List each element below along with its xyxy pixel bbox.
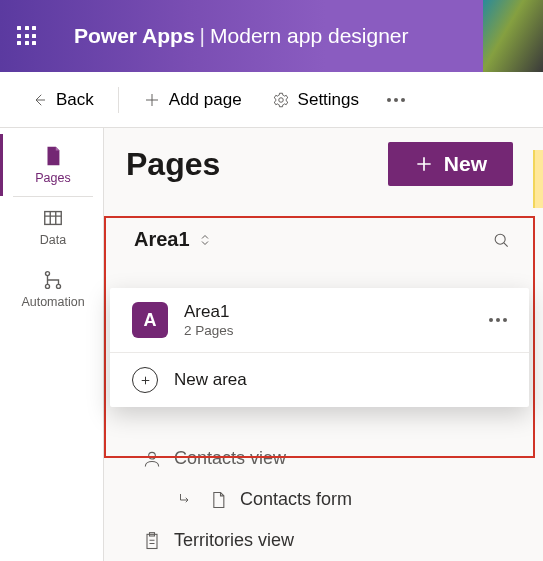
ellipsis-icon — [489, 318, 507, 322]
search-icon[interactable] — [491, 230, 511, 250]
plus-circle-icon — [132, 367, 158, 393]
command-overflow-button[interactable] — [377, 92, 415, 108]
waffle-icon — [17, 26, 37, 46]
nav-pages[interactable]: Pages — [0, 134, 103, 196]
area-dropdown: A Area1 2 Pages New area — [110, 288, 529, 407]
svg-point-0 — [278, 97, 283, 102]
area-option-area1[interactable]: A Area1 2 Pages — [110, 288, 529, 353]
app-banner: Power Apps|Modern app designer — [0, 0, 543, 72]
back-button[interactable]: Back — [18, 84, 106, 116]
svg-point-6 — [149, 452, 156, 459]
area-option-title: Area1 — [184, 302, 473, 322]
gear-icon — [272, 91, 290, 109]
svg-point-3 — [45, 284, 49, 288]
svg-point-4 — [56, 284, 60, 288]
svg-rect-1 — [45, 212, 62, 225]
new-area-option[interactable]: New area — [110, 353, 529, 407]
table-icon — [42, 207, 64, 229]
arrow-left-icon — [30, 91, 48, 109]
side-strip — [533, 150, 543, 208]
svg-point-2 — [45, 272, 49, 276]
app-launcher[interactable] — [0, 0, 54, 72]
left-nav: Pages Data Automation — [0, 128, 104, 561]
flow-icon — [42, 269, 64, 291]
tree-item-contacts-view[interactable]: Contacts view — [136, 438, 523, 479]
branch-icon — [176, 491, 194, 509]
chevron-updown-icon — [196, 231, 214, 249]
settings-button[interactable]: Settings — [260, 84, 371, 116]
nav-automation[interactable]: Automation — [0, 258, 103, 320]
ellipsis-icon — [387, 98, 405, 102]
app-title: Power Apps|Modern app designer — [54, 24, 409, 48]
add-page-button[interactable]: Add page — [131, 84, 254, 116]
area-selector[interactable]: Area1 — [126, 210, 543, 265]
page-title: Pages — [126, 146, 220, 183]
page-icon — [42, 145, 64, 167]
nav-data[interactable]: Data — [0, 196, 103, 258]
area-badge: A — [132, 302, 168, 338]
area-option-subtitle: 2 Pages — [184, 323, 473, 338]
page-icon — [208, 490, 228, 510]
svg-point-5 — [495, 234, 505, 244]
plus-icon — [143, 91, 161, 109]
tree-item-territories-view[interactable]: Territories view — [136, 520, 523, 561]
clipboard-icon — [142, 531, 162, 551]
tree-item-contacts-form[interactable]: Contacts form — [136, 479, 523, 520]
area-option-more[interactable] — [489, 318, 507, 322]
main-panel: Pages New Area1 A Area1 — [104, 128, 543, 561]
command-bar: Back Add page Settings — [0, 72, 543, 128]
person-icon — [142, 449, 162, 469]
new-button[interactable]: New — [388, 142, 513, 186]
pages-tree: Contacts view Contacts form Territories … — [136, 438, 523, 561]
